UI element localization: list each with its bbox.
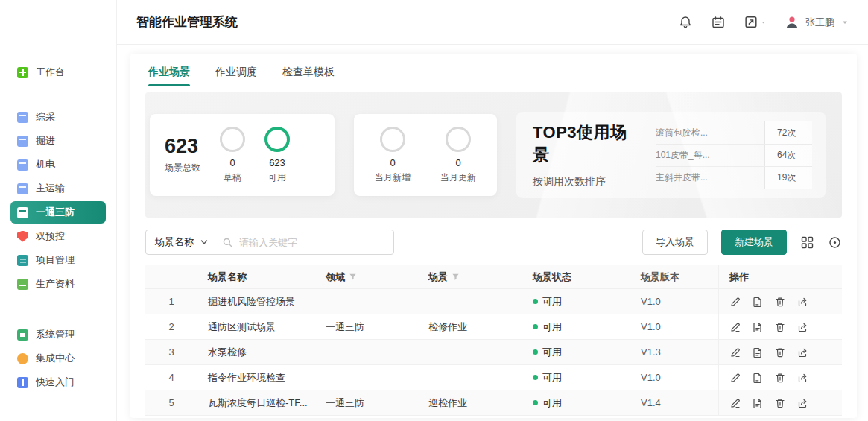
row-index: 2	[145, 321, 197, 332]
import-scene-button[interactable]: 导入场景	[642, 230, 708, 255]
edit-icon[interactable]	[729, 397, 741, 409]
workbench-icon	[17, 67, 28, 78]
page-title: 智能作业管理系统	[136, 13, 238, 31]
sidebar-item-label: 项目管理	[36, 253, 75, 267]
copy-document-icon[interactable]	[752, 397, 764, 409]
tab-bar: 作业场景 作业调度 检查单模板	[145, 61, 842, 86]
top-header: 智能作业管理系统 张王鹏	[117, 0, 868, 45]
sidebar-item-label: 生产资料	[36, 277, 75, 291]
available-ring	[264, 127, 290, 152]
calendar-icon[interactable]	[711, 15, 726, 30]
sidebar-item[interactable]: 机电	[10, 153, 106, 176]
settings-icon[interactable]	[828, 235, 842, 250]
sidebar-group-modules: 综采 掘进 机电 主运输 一通三防 双预控 项目管理 生产资料	[10, 106, 106, 297]
table-row: 2 通防区测试场景 一通三防 检修作业 可用 V1.0	[145, 314, 842, 340]
user-menu[interactable]: 张王鹏	[784, 14, 849, 31]
sidebar-item-label: 集成中心	[36, 352, 75, 365]
tab[interactable]: 检查单模板	[282, 66, 335, 86]
filter-field-select[interactable]: 场景名称	[155, 235, 194, 249]
share-export-icon[interactable]	[796, 372, 808, 384]
row-actions	[718, 390, 842, 415]
workspace-switcher-icon[interactable]	[744, 15, 766, 30]
sidebar-item[interactable]: 主运输	[10, 177, 106, 200]
sidebar-item[interactable]: 系统管理	[10, 323, 106, 346]
table-toolbar: 场景名称 导入场景 新建场景	[145, 230, 842, 255]
sidebar-item-label: 掘进	[36, 134, 55, 148]
sidebar-item[interactable]: 集成中心	[10, 347, 106, 370]
monthly-card: 0 当月新增 0 当月更新	[354, 114, 497, 196]
top3-item: 滚筒包胶检... 72次	[656, 121, 812, 144]
row-index: 5	[145, 397, 197, 408]
edit-icon[interactable]	[729, 372, 741, 384]
delete-icon[interactable]	[774, 296, 786, 308]
row-actions	[718, 340, 842, 364]
delete-icon[interactable]	[774, 346, 786, 358]
system-icon	[17, 329, 28, 341]
chevron-down-icon[interactable]	[200, 238, 209, 247]
guide-icon	[17, 377, 28, 388]
tab[interactable]: 作业场景	[148, 66, 190, 86]
table-row: 4 指令作业环境检查 可用 V1.0	[145, 365, 842, 390]
sidebar-item[interactable]: 双预控	[10, 225, 106, 247]
table-row: 1 掘进机风险管控场景 可用 V1.0	[145, 289, 842, 314]
tab[interactable]: 作业调度	[215, 66, 257, 86]
status-dot-icon	[533, 324, 538, 329]
edit-icon[interactable]	[729, 346, 741, 358]
top3-item: 主斜井皮带... 19次	[656, 166, 812, 189]
sidebar-item[interactable]: 生产资料	[10, 273, 106, 295]
status-badge: 可用	[522, 295, 630, 308]
delete-icon[interactable]	[774, 321, 786, 333]
share-export-icon[interactable]	[796, 321, 808, 333]
table-body: 1 掘进机风险管控场景 可用 V1.0 2	[145, 289, 842, 416]
scene-version: V1.3	[630, 346, 718, 358]
sidebar-item[interactable]: 项目管理	[10, 249, 106, 271]
scene-domain: 一通三防	[315, 320, 418, 334]
table-header-row: 场景名称 领域 场景 场景状态 场景版本 操作	[145, 265, 842, 289]
sidebar-item[interactable]: 一通三防	[10, 201, 106, 224]
sidebar-group-top: 工作台	[10, 61, 106, 85]
monthly-updated-stat: 0 当月更新	[440, 127, 476, 184]
table-row: 5 瓦斯浓度每日巡检-TF... 一通三防 巡检作业 可用 V1.4	[145, 390, 842, 416]
integration-icon	[17, 353, 28, 364]
status-badge: 可用	[522, 346, 630, 359]
bell-icon[interactable]	[678, 15, 693, 30]
search-icon	[222, 237, 233, 248]
avatar	[784, 14, 800, 31]
calendar-active-icon	[17, 207, 28, 218]
sidebar-item[interactable]: 快速入门	[10, 371, 106, 393]
status-dot-icon	[533, 375, 538, 380]
filter-icon[interactable]	[452, 273, 460, 281]
copy-document-icon[interactable]	[752, 346, 764, 358]
content-card: 作业场景 作业调度 检查单模板 623 场景总数 0 草稿	[130, 54, 857, 418]
status-badge: 可用	[522, 371, 630, 384]
sidebar-item-label: 工作台	[36, 66, 65, 79]
top3-title: TOP3使用场景	[533, 121, 641, 166]
sidebar-item[interactable]: 综采	[10, 106, 106, 128]
search-box: 场景名称	[145, 230, 394, 255]
stats-banner: 623 场景总数 0 草稿 623 可用 0 当月新增	[145, 92, 842, 218]
sidebar-item-label: 机电	[36, 158, 55, 171]
row-actions	[718, 289, 842, 314]
copy-document-icon[interactable]	[752, 321, 764, 333]
share-export-icon[interactable]	[796, 296, 808, 308]
share-export-icon[interactable]	[796, 346, 808, 358]
create-scene-button[interactable]: 新建场景	[721, 230, 787, 255]
sidebar-item[interactable]: 掘进	[10, 130, 106, 152]
search-input[interactable]	[239, 237, 384, 248]
scene-name: 水泵检修	[197, 346, 315, 359]
delete-icon[interactable]	[774, 372, 786, 384]
sidebar-item-label: 双预控	[36, 230, 65, 243]
copy-document-icon[interactable]	[752, 296, 764, 308]
sidebar-item-label: 快速入门	[36, 376, 75, 389]
top3-item: 101皮带_每... 64次	[656, 144, 812, 166]
delete-icon[interactable]	[774, 397, 786, 409]
filter-icon[interactable]	[349, 273, 357, 281]
edit-icon[interactable]	[729, 321, 741, 333]
card-view-icon[interactable]	[800, 235, 814, 250]
draft-stat: 0 草稿	[220, 127, 245, 184]
edit-icon[interactable]	[729, 296, 741, 308]
sidebar-item[interactable]: 工作台	[10, 61, 106, 83]
share-export-icon[interactable]	[796, 397, 808, 409]
copy-document-icon[interactable]	[752, 372, 764, 384]
status-badge: 可用	[522, 320, 630, 334]
